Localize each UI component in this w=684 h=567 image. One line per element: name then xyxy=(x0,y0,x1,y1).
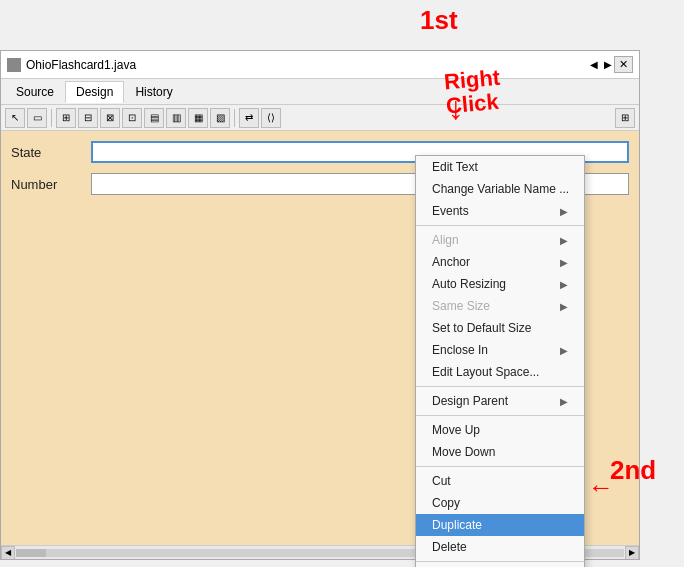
context-menu: Edit TextChange Variable Name ...Events▶… xyxy=(415,155,585,567)
menu-item-copy[interactable]: Copy xyxy=(416,492,584,514)
number-label: Number xyxy=(11,177,91,192)
menu-separator xyxy=(416,386,584,387)
scroll-right-arrow[interactable]: ▶ xyxy=(625,546,639,560)
menu-item-auto-resizing[interactable]: Auto Resizing▶ xyxy=(416,273,584,295)
menu-item-label-delete: Delete xyxy=(432,540,467,554)
menu-item-arrow-events: ▶ xyxy=(560,206,568,217)
menu-item-label-move-down: Move Down xyxy=(432,445,495,459)
menu-item-move-up[interactable]: Move Up xyxy=(416,419,584,441)
menu-item-anchor[interactable]: Anchor▶ xyxy=(416,251,584,273)
tool-btn-6[interactable]: ▥ xyxy=(166,108,186,128)
tool-btn-4[interactable]: ⊡ xyxy=(122,108,142,128)
title-bar-text: OhioFlashcard1.java xyxy=(26,58,588,72)
window-scroll-buttons: ◀ ▶ xyxy=(588,59,614,70)
tab-source[interactable]: Source xyxy=(5,81,65,103)
scroll-thumb[interactable] xyxy=(16,549,46,557)
menu-item-same-size: Same Size▶ xyxy=(416,295,584,317)
scroll-right-btn[interactable]: ▶ xyxy=(602,59,614,70)
tool-btn-8[interactable]: ▧ xyxy=(210,108,230,128)
menu-item-label-change-variable: Change Variable Name ... xyxy=(432,182,569,196)
menu-item-label-move-up: Move Up xyxy=(432,423,480,437)
menu-item-duplicate[interactable]: Duplicate xyxy=(416,514,584,536)
nav-tabs: Source Design History xyxy=(1,79,639,105)
scroll-left-arrow[interactable]: ◀ xyxy=(1,546,15,560)
menu-separator xyxy=(416,561,584,562)
menu-item-label-design-parent: Design Parent xyxy=(432,394,508,408)
tab-design[interactable]: Design xyxy=(65,81,124,103)
scroll-left-btn[interactable]: ◀ xyxy=(588,59,600,70)
menu-item-arrow-align: ▶ xyxy=(560,235,568,246)
menu-item-edit-text[interactable]: Edit Text xyxy=(416,156,584,178)
menu-item-design-parent[interactable]: Design Parent▶ xyxy=(416,390,584,412)
tool-code-btn[interactable]: ⟨⟩ xyxy=(261,108,281,128)
menu-item-arrow-same-size: ▶ xyxy=(560,301,568,312)
menu-item-arrow-enclose-in: ▶ xyxy=(560,345,568,356)
menu-separator xyxy=(416,466,584,467)
tool-btn-3[interactable]: ⊠ xyxy=(100,108,120,128)
menu-item-label-enclose-in: Enclose In xyxy=(432,343,488,357)
menu-item-edit-layout-space[interactable]: Edit Layout Space... xyxy=(416,361,584,383)
menu-item-label-edit-text: Edit Text xyxy=(432,160,478,174)
menu-separator xyxy=(416,225,584,226)
title-bar: OhioFlashcard1.java ◀ ▶ ✕ xyxy=(1,51,639,79)
close-button[interactable]: ✕ xyxy=(614,56,633,73)
toolbar-sep-2 xyxy=(234,109,235,127)
tool-btn-7[interactable]: ▦ xyxy=(188,108,208,128)
menu-item-cut[interactable]: Cut xyxy=(416,470,584,492)
tool-btn-2[interactable]: ⊟ xyxy=(78,108,98,128)
menu-item-label-align: Align xyxy=(432,233,459,247)
menu-item-label-edit-layout-space: Edit Layout Space... xyxy=(432,365,539,379)
menu-item-label-anchor: Anchor xyxy=(432,255,470,269)
menu-item-label-events: Events xyxy=(432,204,469,218)
state-label: State xyxy=(11,145,91,160)
menu-item-events[interactable]: Events▶ xyxy=(416,200,584,222)
menu-item-label-same-size: Same Size xyxy=(432,299,490,313)
menu-item-label-cut: Cut xyxy=(432,474,451,488)
file-icon xyxy=(7,58,21,72)
menu-item-arrow-auto-resizing: ▶ xyxy=(560,279,568,290)
toolbar-sep-1 xyxy=(51,109,52,127)
select-tool-btn[interactable]: ▭ xyxy=(27,108,47,128)
tool-link-btn[interactable]: ⇄ xyxy=(239,108,259,128)
menu-item-enclose-in[interactable]: Enclose In▶ xyxy=(416,339,584,361)
menu-item-arrow-design-parent: ▶ xyxy=(560,396,568,407)
menu-separator xyxy=(416,415,584,416)
tool-btn-5[interactable]: ▤ xyxy=(144,108,164,128)
menu-item-set-default-size[interactable]: Set to Default Size xyxy=(416,317,584,339)
menu-item-move-down[interactable]: Move Down xyxy=(416,441,584,463)
menu-item-label-auto-resizing: Auto Resizing xyxy=(432,277,506,291)
annotation-1st: 1st xyxy=(420,5,458,36)
menu-item-label-duplicate: Duplicate xyxy=(432,518,482,532)
menu-item-label-set-default-size: Set to Default Size xyxy=(432,321,531,335)
cursor-tool-btn[interactable]: ↖ xyxy=(5,108,25,128)
menu-item-delete[interactable]: Delete xyxy=(416,536,584,558)
menu-item-label-copy: Copy xyxy=(432,496,460,510)
toolbar: ↖ ▭ ⊞ ⊟ ⊠ ⊡ ▤ ▥ ▦ ▧ ⇄ ⟨⟩ ⊞ xyxy=(1,105,639,131)
tab-history[interactable]: History xyxy=(124,81,183,103)
menu-item-change-variable[interactable]: Change Variable Name ... xyxy=(416,178,584,200)
tool-btn-1[interactable]: ⊞ xyxy=(56,108,76,128)
menu-item-arrow-anchor: ▶ xyxy=(560,257,568,268)
toolbar-expand-btn[interactable]: ⊞ xyxy=(615,108,635,128)
menu-item-align: Align▶ xyxy=(416,229,584,251)
